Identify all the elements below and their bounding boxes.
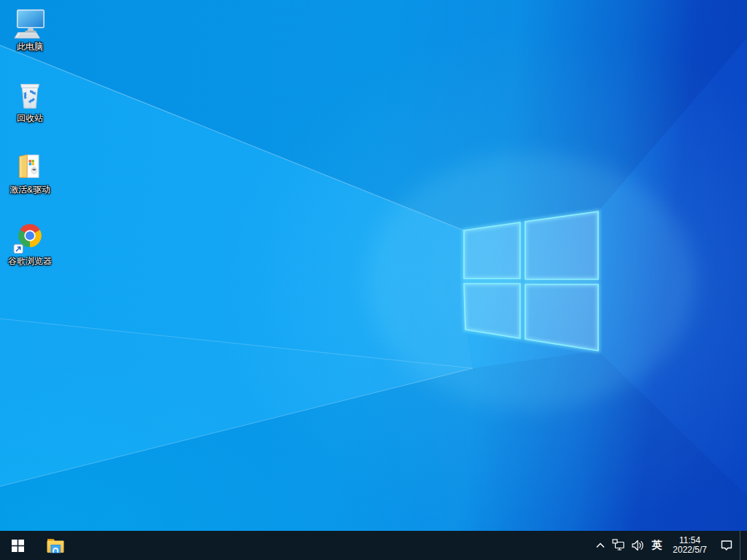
taskbar-clock[interactable]: 11:54 2022/5/7 <box>666 531 713 560</box>
start-button[interactable] <box>0 531 35 560</box>
desktop-icon-label: 谷歌浏览器 <box>8 257 52 266</box>
taskbar: 英 11:54 2022/5/7 <box>0 531 747 560</box>
desktop-icon-label: 此电脑 <box>17 42 43 52</box>
shortcut-arrow-badge <box>14 244 23 253</box>
windows-logo-icon <box>12 540 24 552</box>
windows-flag-logo <box>464 211 598 351</box>
desktop-icon-this-pc[interactable]: 此电脑 <box>4 6 56 68</box>
desktop-icon-label: 回收站 <box>17 114 43 123</box>
desktop-icon-grid: 此电脑 回收站 <box>4 6 56 282</box>
file-explorer-icon <box>46 537 65 554</box>
desktop-icon-label: 激活&驱动 <box>9 185 50 195</box>
hidden-icons-chevron-button[interactable] <box>592 531 609 560</box>
this-pc-icon <box>13 7 47 40</box>
chrome-icon <box>13 221 47 254</box>
windows-logo-wallpaper-art <box>0 0 747 560</box>
system-tray: 英 11:54 2022/5/7 <box>592 531 747 560</box>
network-tray-button[interactable] <box>609 531 628 560</box>
open-folder-icon <box>13 149 47 183</box>
input-method-indicator[interactable]: 英 <box>647 531 666 560</box>
ethernet-network-icon <box>612 539 625 552</box>
file-explorer-button[interactable] <box>38 531 73 560</box>
action-center-bubble-icon <box>720 539 733 552</box>
chevron-up-icon <box>595 540 606 551</box>
desktop-icon-activation-drivers[interactable]: 激活&驱动 <box>4 149 56 211</box>
speaker-volume-icon <box>631 539 644 552</box>
action-center-button[interactable] <box>713 531 740 560</box>
desktop-icon-google-chrome[interactable]: 谷歌浏览器 <box>4 220 56 282</box>
clock-date: 2022/5/7 <box>673 545 707 556</box>
desktop-icon-recycle-bin[interactable]: 回收站 <box>4 77 56 139</box>
clock-time: 11:54 <box>679 536 700 546</box>
desktop-wallpaper: 此电脑 回收站 <box>0 0 747 560</box>
recycle-bin-icon <box>13 78 47 112</box>
volume-tray-button[interactable] <box>628 531 647 560</box>
show-desktop-button[interactable] <box>740 531 747 560</box>
